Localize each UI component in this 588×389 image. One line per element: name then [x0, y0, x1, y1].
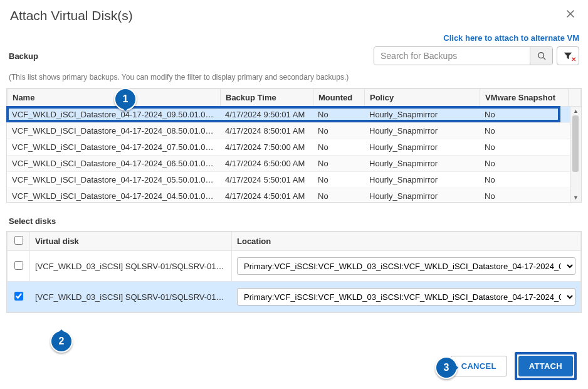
backup-cell-mounted: No — [313, 188, 364, 203]
backup-cell-snapshot: No — [480, 188, 570, 203]
backup-row[interactable]: VCF_WKLD_iSCI_Datastore_04-17-2024_07.50… — [7, 139, 570, 156]
backup-row[interactable]: VCF_WKLD_iSCI_Datastore_04-17-2024_04.50… — [7, 188, 570, 203]
disks-table: Virtual disk Location [VCF_WKLD_03_iSCSI… — [6, 231, 582, 313]
disk-checkbox[interactable] — [14, 292, 23, 301]
backup-hint: (This list shows primary backups. You ca… — [6, 69, 582, 88]
col-location[interactable]: Location — [232, 232, 581, 251]
backup-row[interactable]: VCF_WKLD_iSCI_Datastore_04-17-2024_08.50… — [7, 123, 570, 139]
backup-cell-policy: Hourly_Snapmirror — [364, 156, 480, 172]
attach-button[interactable]: ATTACH — [518, 356, 573, 376]
scroll-down-icon[interactable]: ▼ — [570, 194, 581, 201]
disk-location-select[interactable]: Primary:VCF_iSCSI:VCF_WKLD_03_iSCSI:VCF_… — [237, 257, 575, 275]
backup-cell-name: VCF_WKLD_iSCI_Datastore_04-17-2024_09.50… — [7, 107, 220, 123]
backup-cell-time: 4/17/2024 4:50:01 AM — [220, 188, 313, 203]
callout-2: 2 — [50, 330, 74, 360]
backup-cell-time: 4/17/2024 6:50:00 AM — [220, 156, 313, 172]
backup-cell-snapshot: No — [480, 156, 570, 172]
close-icon[interactable] — [562, 8, 579, 23]
backup-cell-time: 4/17/2024 7:50:00 AM — [220, 139, 313, 156]
disk-checkbox[interactable] — [14, 261, 23, 270]
search-icon — [537, 51, 546, 60]
backup-cell-policy: Hourly_Snapmirror — [364, 107, 480, 123]
backup-cell-time: 4/17/2024 5:50:01 AM — [220, 172, 313, 188]
backup-cell-policy: Hourly_Snapmirror — [364, 123, 480, 139]
col-name[interactable]: Name — [8, 89, 221, 107]
scroll-up-icon[interactable]: ▲ — [570, 108, 581, 114]
filter-clear-icon: ✕ — [571, 56, 576, 63]
svg-point-0 — [538, 53, 543, 58]
backup-cell-name: VCF_WKLD_iSCI_Datastore_04-17-2024_04.50… — [7, 188, 220, 203]
scroll-thumb[interactable] — [572, 115, 579, 172]
backup-row[interactable]: VCF_WKLD_iSCI_Datastore_04-17-2024_06.50… — [7, 156, 570, 172]
backup-cell-name: VCF_WKLD_iSCI_Datastore_04-17-2024_05.50… — [7, 172, 220, 188]
disk-location-select[interactable]: Primary:VCF_iSCSI:VCF_WKLD_03_iSCSI:VCF_… — [237, 288, 575, 306]
backup-cell-policy: Hourly_Snapmirror — [364, 172, 480, 188]
backup-scrollbar[interactable]: ▲ ▼ — [570, 107, 581, 202]
svg-line-1 — [543, 58, 545, 60]
backup-row[interactable]: VCF_WKLD_iSCI_Datastore_04-17-2024_05.50… — [7, 172, 570, 188]
backup-cell-name: VCF_WKLD_iSCI_Datastore_04-17-2024_06.50… — [7, 156, 220, 172]
disk-name: [VCF_WKLD_03_iSCSI] SQLSRV-01/SQLSRV-01.… — [30, 251, 232, 282]
search-button[interactable] — [530, 47, 552, 65]
backup-table: Name Backup Time Mounted Policy VMware S… — [6, 88, 582, 203]
disk-row[interactable]: [VCF_WKLD_03_iSCSI] SQLSRV-01/SQLSRV-01_… — [8, 282, 581, 312]
attach-button-highlight: ATTACH — [515, 352, 577, 380]
backup-section-label: Backup — [9, 51, 38, 61]
backup-cell-policy: Hourly_Snapmirror — [364, 139, 480, 156]
col-policy[interactable]: Policy — [365, 89, 480, 107]
search-input[interactable] — [374, 47, 530, 65]
col-snapshot[interactable]: VMware Snapshot — [480, 89, 569, 107]
backup-cell-time: 4/17/2024 8:50:01 AM — [220, 123, 313, 139]
cancel-button[interactable]: CANCEL — [451, 356, 507, 376]
backup-cell-snapshot: No — [480, 107, 570, 123]
backup-row[interactable]: VCF_WKLD_iSCI_Datastore_04-17-2024_09.50… — [7, 107, 570, 123]
backup-cell-mounted: No — [313, 107, 364, 123]
col-mounted[interactable]: Mounted — [313, 89, 365, 107]
disk-row[interactable]: [VCF_WKLD_03_iSCSI] SQLSRV-01/SQLSRV-01.… — [8, 251, 581, 282]
backup-cell-mounted: No — [313, 156, 364, 172]
backup-cell-mounted: No — [313, 172, 364, 188]
backup-cell-snapshot: No — [480, 172, 570, 188]
backup-cell-mounted: No — [313, 139, 364, 156]
backup-cell-snapshot: No — [480, 123, 570, 139]
backup-cell-time: 4/17/2024 9:50:01 AM — [220, 107, 313, 123]
select-disks-label: Select disks — [6, 203, 582, 231]
backup-cell-mounted: No — [313, 123, 364, 139]
disk-name: [VCF_WKLD_03_iSCSI] SQLSRV-01/SQLSRV-01_… — [30, 282, 232, 312]
backup-cell-policy: Hourly_Snapmirror — [364, 188, 480, 203]
backup-cell-name: VCF_WKLD_iSCI_Datastore_04-17-2024_08.50… — [7, 123, 220, 139]
filter-button[interactable]: ✕ — [557, 46, 579, 65]
attach-alternate-vm-link[interactable]: Click here to attach to alternate VM — [443, 33, 579, 43]
backup-cell-snapshot: No — [480, 139, 570, 156]
select-all-disks-checkbox[interactable] — [14, 236, 23, 245]
backup-cell-name: VCF_WKLD_iSCI_Datastore_04-17-2024_07.50… — [7, 139, 220, 156]
col-virtual-disk[interactable]: Virtual disk — [30, 232, 232, 251]
col-backup-time[interactable]: Backup Time — [221, 89, 313, 107]
dialog-title: Attach Virtual Disk(s) — [10, 8, 133, 23]
